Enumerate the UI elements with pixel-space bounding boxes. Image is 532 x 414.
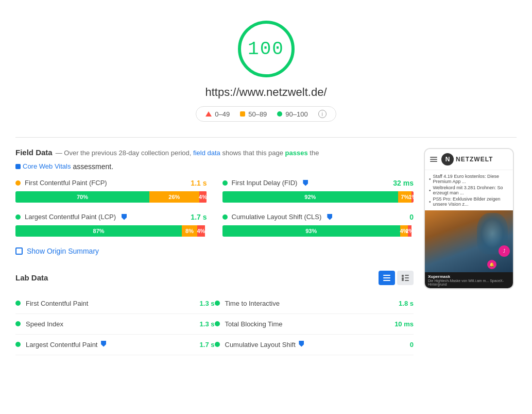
- device-header: N NETZWELT: [425, 149, 513, 170]
- svg-rect-3: [402, 275, 404, 277]
- hamburger-line-2: [430, 159, 437, 160]
- lab-metrics-left: First Contentful Paint 1.3 s Speed Index…: [15, 293, 215, 355]
- metric-fid-bar: 92% 7% 1%: [222, 191, 414, 203]
- device-preview: N NETZWELT Staff 4.19 Euro kostenlos: Di…: [424, 148, 514, 289]
- lab-metric-fcp: First Contentful Paint 1.3 s: [15, 293, 215, 314]
- lab-lcp-name: Largest Contentful Paint: [26, 341, 195, 349]
- lab-metrics-right: Time to Interactive 1.8 s Total Blocking…: [215, 293, 414, 355]
- svg-rect-2: [383, 280, 390, 281]
- metric-lcp-value: 1.7 s: [191, 213, 207, 221]
- share-button[interactable]: ⤴: [499, 245, 510, 257]
- cwv-dot-icon: [15, 164, 21, 169]
- lab-metric-tbt: Total Blocking Time 10 ms: [215, 314, 414, 335]
- metric-fcp-header: First Contentful Paint (FCP) 1.1 s: [15, 179, 207, 187]
- legend-bar: 0–49 50–89 90–100 i: [196, 106, 336, 122]
- lab-data-title: Lab Data: [15, 273, 48, 282]
- device-link-3: PS5 Pro: Exklusive Bilder zeigen unsere …: [429, 196, 509, 207]
- metric-fid-label-row: First Input Delay (FID): [222, 179, 308, 187]
- left-panel: Field Data — Over the previous 28-day co…: [15, 148, 414, 355]
- metrics-grid: First Contentful Paint (FCP) 1.1 s 70% 2…: [15, 179, 414, 237]
- device-links: Staff 4.19 Euro kostenlos: Diese Premium…: [425, 170, 513, 210]
- lab-lcp-dot: [15, 342, 21, 347]
- metric-lcp-bar: 87% 8% 4%: [15, 225, 207, 237]
- lab-cls-name: Cumulative Layout Shift: [225, 341, 405, 349]
- metric-cls-seg-green: 93%: [222, 225, 400, 237]
- metric-lcp-header: Largest Contentful Paint (LCP) 1.7 s: [15, 213, 207, 221]
- svg-rect-6: [405, 277, 409, 278]
- origin-summary-checkbox[interactable]: [15, 247, 23, 255]
- netzwelt-logo-text: NETZWELT: [456, 156, 493, 163]
- lab-cls-value: 0: [410, 341, 414, 349]
- metric-fcp-seg-orange: 26%: [149, 191, 199, 203]
- lab-data-header: Lab Data: [15, 271, 414, 285]
- metric-fid-name: First Input Delay (FID): [232, 179, 298, 187]
- section-divider: [15, 137, 517, 138]
- metric-cls: Cumulative Layout Shift (CLS) 0 93% 4% 2…: [222, 213, 414, 237]
- legend-pass-icon: [277, 111, 282, 117]
- lab-metric-si: Speed Index 1.3 s: [15, 314, 215, 335]
- legend-pass-label: 90–100: [285, 110, 307, 118]
- metric-cls-bar: 93% 4% 2%: [222, 225, 414, 237]
- metric-lcp-dot: [15, 214, 21, 220]
- lab-metric-lcp: Largest Contentful Paint 1.7 s: [15, 335, 215, 355]
- lab-view-toggle: [379, 271, 414, 285]
- score-circle: 100: [238, 21, 295, 77]
- metric-cls-header: Cumulative Layout Shift (CLS) 0: [222, 213, 414, 221]
- score-section: 100 https://www.netzwelt.de/ 0–49 50–89 …: [15, 10, 517, 132]
- notification-button[interactable]: 🔔: [487, 260, 496, 269]
- field-data-header: Field Data — Over the previous 28-day co…: [15, 148, 414, 171]
- cwv-link[interactable]: Core Web Vitals: [23, 162, 71, 170]
- metric-fcp-bar: 70% 26% 4%: [15, 191, 207, 203]
- metric-lcp-seg-red: 4%: [197, 225, 205, 237]
- device-link-3-text: PS5 Pro: Exklusive Bilder zeigen unsere …: [433, 196, 509, 207]
- device-link-2: Weltrekord mit 3.281 Drohnen: So erzeugt…: [429, 185, 509, 196]
- lab-tti-dot: [215, 301, 220, 306]
- lab-tbt-name: Total Blocking Time: [225, 320, 390, 328]
- score-value: 100: [248, 39, 284, 60]
- right-panel: N NETZWELT Staff 4.19 Euro kostenlos: Di…: [424, 148, 517, 355]
- origin-summary-label[interactable]: Show Origin Summary: [27, 247, 99, 255]
- lab-cls-flag: [299, 341, 304, 347]
- lab-cls-dot: [215, 342, 220, 347]
- svg-rect-1: [383, 277, 390, 278]
- lab-si-value: 1.3 s: [200, 320, 215, 328]
- core-vitals-row: Core Web Vitals assessment.: [15, 162, 113, 171]
- legend-fail: 0–49: [205, 110, 230, 118]
- svg-rect-0: [383, 275, 390, 276]
- lab-tti-value: 1.8 s: [399, 300, 414, 307]
- metric-cls-label-row: Cumulative Layout Shift (CLS): [222, 213, 333, 221]
- field-data-passes: passes: [285, 149, 308, 157]
- origin-summary-row[interactable]: Show Origin Summary: [15, 247, 414, 255]
- field-data-link[interactable]: field data: [193, 149, 220, 157]
- field-data-desc-post: the: [310, 149, 319, 157]
- metric-lcp-seg-orange: 8%: [182, 225, 197, 237]
- field-data-desc-pre: — Over the previous 28-day collection pe…: [56, 149, 192, 157]
- page-url: https://www.netzwelt.de/: [205, 86, 327, 99]
- metric-fid-flag: [303, 180, 308, 186]
- field-data-desc-mid: shows that this page: [222, 149, 283, 157]
- lab-tbt-dot: [215, 321, 220, 326]
- metric-lcp-seg-green: 87%: [15, 225, 182, 237]
- lab-fcp-name: First Contentful Paint: [26, 300, 195, 307]
- svg-rect-8: [405, 280, 409, 281]
- field-data-desc: — Over the previous 28-day collection pe…: [56, 148, 319, 158]
- device-caption: Xupermask Die Hightech-Maske von Will.i.…: [425, 272, 513, 288]
- hamburger-menu-icon[interactable]: [430, 157, 437, 162]
- device-caption-title: Xupermask: [428, 274, 510, 279]
- legend-info-icon[interactable]: i: [318, 110, 327, 118]
- svg-rect-4: [405, 275, 409, 276]
- lab-lcp-value: 1.7 s: [200, 341, 215, 349]
- device-link-1: Staff 4.19 Euro kostenlos: Diese Premium…: [429, 173, 509, 185]
- lab-si-name: Speed Index: [26, 320, 195, 328]
- metric-fid: First Input Delay (FID) 32 ms 92% 7% 1%: [222, 179, 414, 203]
- metric-fcp-seg-green: 70%: [15, 191, 149, 203]
- metric-lcp: Largest Contentful Paint (LCP) 1.7 s 87%…: [15, 213, 207, 237]
- lab-view-bar-icon[interactable]: [379, 271, 395, 285]
- metric-fid-dot: [222, 180, 228, 186]
- lab-view-list-icon[interactable]: [397, 271, 414, 285]
- metric-fcp: First Contentful Paint (FCP) 1.1 s 70% 2…: [15, 179, 207, 203]
- metric-cls-seg-red: 2%: [408, 225, 411, 237]
- metric-fcp-seg-red: 4%: [199, 191, 207, 203]
- metric-fid-header: First Input Delay (FID) 32 ms: [222, 179, 414, 187]
- hamburger-line-1: [430, 157, 437, 158]
